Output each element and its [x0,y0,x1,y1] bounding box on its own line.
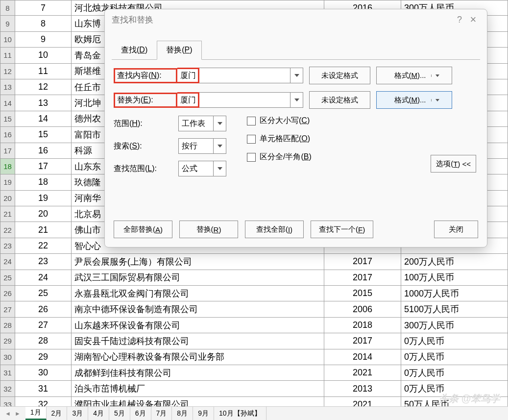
cell[interactable]: 29 [15,349,72,365]
cell[interactable]: 7 [15,0,72,16]
find-all-button[interactable]: 查找全部(I) [245,221,304,238]
cell[interactable]: 2017 [324,254,401,270]
cell[interactable]: 13 [15,95,72,111]
chevron-down-icon[interactable] [214,138,226,154]
cell[interactable]: 2015 [324,286,401,301]
cell[interactable]: 11 [15,64,72,79]
cell[interactable]: 9 [15,32,72,48]
cell[interactable]: 20 [15,206,72,222]
tab-nav-arrows[interactable]: ◄ ► [0,407,25,420]
cell[interactable]: 2017 [324,270,401,286]
match-width-checkbox[interactable]: 区分全/半角(B) [247,152,312,162]
tab-find[interactable]: 查找(D) [112,41,157,60]
cell[interactable]: 18 [15,174,72,190]
cell[interactable]: 2013 [324,381,401,396]
cell[interactable]: 300万人民币 [401,318,508,333]
match-cell-checkbox[interactable]: 单元格匹配(O) [247,134,312,144]
cell[interactable]: 26 [15,301,72,317]
cell[interactable]: 2021 [324,365,401,381]
chevron-down-icon[interactable] [214,116,226,131]
cell[interactable]: 1000万人民币 [401,286,508,301]
cell[interactable]: 南京中德环保设备制造有限公司 [72,301,324,317]
cell[interactable]: 0万人民币 [401,365,508,381]
row-number[interactable]: 16 [0,127,15,143]
row-number[interactable]: 28 [0,318,15,333]
options-button[interactable]: 选项(T) << [431,155,476,173]
find-input[interactable] [199,68,290,83]
chevron-down-icon[interactable] [214,161,226,176]
row-number[interactable]: 18 [0,159,15,174]
cell[interactable]: 12 [15,79,72,95]
find-format-button[interactable]: 格式(M)... [376,67,452,84]
cell[interactable]: 25 [15,286,72,301]
cell[interactable]: 0万人民币 [401,381,508,396]
chevron-down-icon[interactable] [431,74,439,77]
cell[interactable]: 24 [15,270,72,286]
cell[interactable]: 2014 [324,349,401,365]
cell[interactable]: 30 [15,365,72,381]
row-number[interactable]: 9 [0,16,15,31]
row-number[interactable]: 24 [0,254,15,270]
replace-dropdown-icon[interactable] [290,92,303,108]
chevron-down-icon[interactable] [431,99,439,101]
row-number[interactable]: 11 [0,48,15,63]
cell[interactable]: 15 [15,127,72,143]
cell[interactable]: 19 [15,191,72,206]
cell[interactable]: 成都鲜到佳科技有限公司 [72,365,324,381]
cell[interactable]: 22 [15,238,72,254]
cell[interactable]: 17 [15,159,72,174]
sheet-tab[interactable]: 4月 [88,407,109,420]
sheet-tab[interactable]: 3月 [67,407,88,420]
match-case-checkbox[interactable]: 区分大小写(C) [247,116,312,126]
search-select[interactable] [178,138,214,154]
sheet-tab[interactable]: 5月 [109,407,130,420]
cell[interactable]: 27 [15,318,72,333]
find-dropdown-icon[interactable] [290,68,303,83]
tab-replace[interactable]: 替换(P) [157,41,201,60]
cell[interactable]: 23 [15,254,72,270]
row-number[interactable]: 27 [0,301,15,317]
cell[interactable]: 0万人民币 [401,349,508,365]
row-number[interactable]: 14 [0,95,15,111]
checkbox-icon[interactable] [247,153,256,162]
sheet-tab[interactable]: 1月 [25,407,47,420]
replace-all-button[interactable]: 全部替换(A) [114,221,172,238]
tab-prev-icon[interactable]: ◄ [5,410,11,417]
cell[interactable]: 31 [15,381,72,396]
cell[interactable]: 山东越来环保设备有限公司 [72,318,324,333]
cell[interactable]: 0万人民币 [401,333,508,349]
cell[interactable]: 21 [15,222,72,238]
cell[interactable]: 5100万人民币 [401,301,508,317]
row-number[interactable]: 30 [0,349,15,365]
close-icon[interactable]: × [466,13,480,26]
cell[interactable]: 湖南智心心理科教设备有限公司业务部 [72,349,324,365]
checkbox-icon[interactable] [247,117,256,125]
row-number[interactable]: 20 [0,191,15,206]
row-number[interactable]: 10 [0,32,15,48]
row-number[interactable]: 26 [0,286,15,301]
row-number[interactable]: 29 [0,333,15,349]
replace-input-highlight[interactable] [177,94,198,106]
sheet-tab[interactable]: 8月 [172,407,193,420]
row-number[interactable]: 31 [0,365,15,381]
cell[interactable]: 14 [15,111,72,127]
cell[interactable]: 永嘉县瓯北双金阀门有限公司 [72,286,324,301]
range-select[interactable] [178,116,214,131]
row-number[interactable]: 21 [0,206,15,222]
row-number[interactable]: 32 [0,381,15,396]
sheet-tab[interactable]: 2月 [47,407,68,420]
sheet-tab[interactable]: 7月 [151,407,172,420]
cell[interactable]: 100万人民币 [401,270,508,286]
find-next-button[interactable]: 查找下一个(F) [311,221,373,238]
cell[interactable]: 尹辰会展服务(上海）有限公司 [72,254,324,270]
row-number[interactable]: 19 [0,174,15,190]
tab-next-icon[interactable]: ► [15,410,21,417]
row-number[interactable]: 13 [0,79,15,95]
replace-button[interactable]: 替换(R) [179,221,238,238]
row-number[interactable]: 12 [0,64,15,79]
sheet-tab[interactable]: 10月【孙斌】 [214,407,266,420]
cell[interactable]: 28 [15,333,72,349]
cell[interactable]: 泊头市茁博机械厂 [72,381,324,396]
cell[interactable]: 8 [15,16,72,31]
checkbox-icon[interactable] [247,135,256,144]
